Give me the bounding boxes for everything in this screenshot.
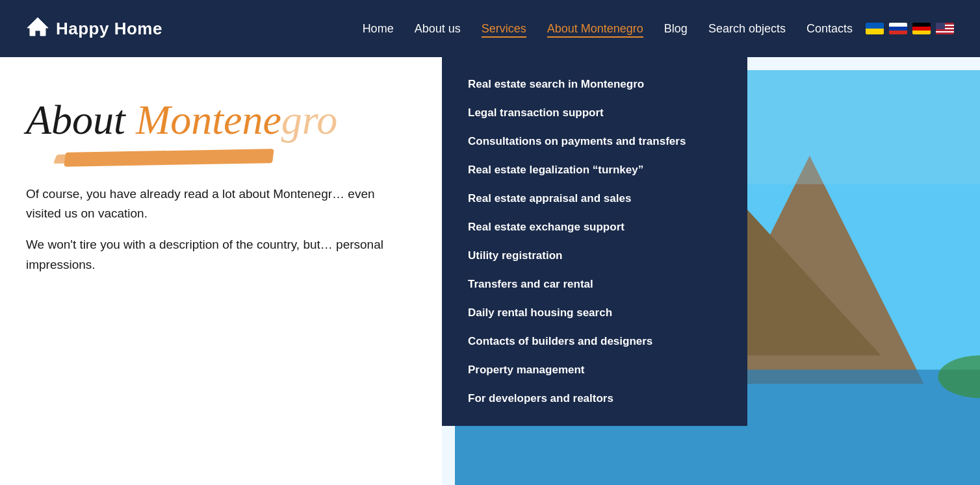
dropdown-item-consultations[interactable]: Consultations on payments and transfers	[442, 127, 747, 156]
dropdown-item-exchange-support[interactable]: Real estate exchange support	[442, 213, 747, 242]
nav-item-blog[interactable]: Blog	[664, 22, 688, 36]
dropdown-item-developers[interactable]: For developers and realtors	[442, 384, 747, 413]
flag-germany[interactable]	[912, 23, 931, 34]
nav-link-blog[interactable]: Blog	[664, 22, 688, 35]
body-text-2: We won't tire you with a description of …	[26, 235, 409, 275]
dropdown-item-daily-rental[interactable]: Daily rental housing search	[442, 299, 747, 327]
brand-name: Happy Home	[56, 19, 162, 39]
page-title: About Montenegro	[26, 96, 409, 144]
navbar: Happy Home Home About us Services About …	[0, 0, 980, 57]
nav-item-search-objects[interactable]: Search objects	[708, 22, 786, 36]
nav-item-contacts[interactable]: Contacts	[806, 22, 853, 36]
dropdown-item-legal-support[interactable]: Legal transaction support	[442, 99, 747, 127]
language-flags	[866, 23, 954, 34]
dropdown-item-legalization[interactable]: Real estate legalization “turnkey”	[442, 156, 747, 184]
hero-section: About Montenegro Of course, you have alr…	[0, 57, 442, 485]
nav-link-contacts[interactable]: Contacts	[806, 22, 853, 35]
decorative-brush	[64, 149, 274, 167]
dropdown-item-utility[interactable]: Utility registration	[442, 242, 747, 270]
dropdown-item-property-management[interactable]: Property management	[442, 356, 747, 384]
flag-ukraine[interactable]	[866, 23, 884, 34]
brand-logo[interactable]: Happy Home	[26, 16, 162, 42]
flag-russia[interactable]	[889, 23, 907, 34]
title-part1: About	[26, 97, 136, 143]
nav-item-home[interactable]: Home	[363, 22, 394, 36]
nav-item-services[interactable]: Services	[482, 22, 526, 36]
nav-link-about-montenegro[interactable]: About Montenegro	[547, 22, 643, 38]
nav-links: Home About us Services About Montenegro …	[363, 22, 853, 36]
dropdown-item-appraisal[interactable]: Real estate appraisal and sales	[442, 184, 747, 213]
title-part2: Montenegro	[136, 97, 337, 143]
nav-item-about[interactable]: About us	[415, 22, 461, 36]
body-text-1: Of course, you have already read a lot a…	[26, 184, 409, 224]
dropdown-item-contacts-builders[interactable]: Contacts of builders and designers	[442, 327, 747, 356]
nav-link-search-objects[interactable]: Search objects	[708, 22, 786, 35]
nav-link-home[interactable]: Home	[363, 22, 394, 35]
nav-link-about[interactable]: About us	[415, 22, 461, 35]
dropdown-item-transfers[interactable]: Transfers and car rental	[442, 270, 747, 299]
flag-usa[interactable]	[936, 23, 954, 34]
nav-item-about-montenegro[interactable]: About Montenegro	[547, 22, 643, 36]
home-icon	[26, 16, 49, 42]
services-dropdown: Real estate search in Montenegro Legal t…	[442, 57, 747, 426]
nav-link-services[interactable]: Services	[482, 22, 526, 38]
dropdown-item-real-estate-search[interactable]: Real estate search in Montenegro	[442, 70, 747, 99]
